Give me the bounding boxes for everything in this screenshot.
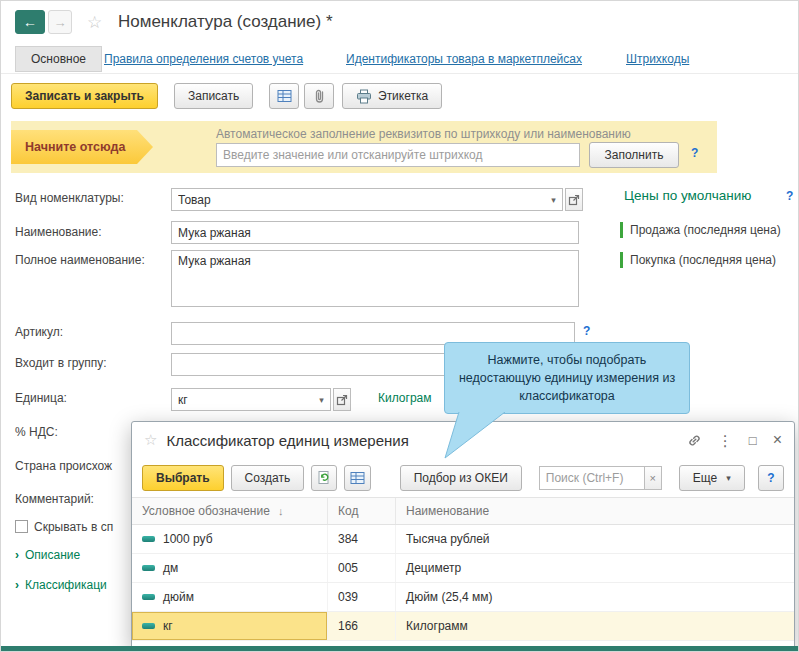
classification-expander[interactable]: ›Классификаци — [15, 578, 107, 592]
save-and-close-label: Записать и закрыть — [25, 89, 144, 103]
dialog-toolbar: Выбрать Создать Подбор из ОКЕИ — [132, 458, 794, 498]
comment-label: Комментарий: — [15, 492, 94, 506]
link-icon[interactable] — [687, 433, 702, 448]
unit-symbol-cell[interactable]: 1000 руб — [132, 525, 328, 553]
table-row[interactable]: дм005Дециметр — [132, 554, 794, 583]
unit-open-button[interactable] — [333, 388, 351, 411]
favorite-star-icon[interactable]: ☆ — [87, 12, 102, 33]
unit-name-cell[interactable]: Килограмм — [396, 612, 794, 640]
start-here-arrow: Начните отсюда — [11, 130, 153, 164]
expander-icon: › — [15, 548, 19, 562]
start-here-label: Начните отсюда — [25, 140, 125, 154]
unit-name-cell[interactable]: Дюйм (25,4 мм) — [396, 583, 794, 611]
fill-button[interactable]: Заполнить — [589, 142, 679, 168]
kind-label: Вид номенклатуры: — [15, 191, 124, 205]
table-view-button[interactable] — [269, 83, 299, 109]
main-window: ← → ☆ Номенклатура (создание) * Основное… — [0, 0, 799, 652]
description-expander[interactable]: ›Описание — [15, 548, 80, 562]
okei-pick-label: Подбор из ОКЕИ — [414, 471, 508, 485]
unit-symbol-text: кг — [163, 619, 173, 633]
units-table-body: 1000 руб384Тысяча рублейдм005Дециметрдюй… — [132, 525, 794, 641]
sale-price-label: Продажа (последняя цена) — [630, 223, 781, 237]
save-button[interactable]: Записать — [174, 83, 253, 109]
chevron-down-icon[interactable]: ▾ — [313, 389, 330, 410]
unit-code-cell[interactable]: 005 — [328, 554, 396, 582]
unit-input[interactable] — [172, 389, 313, 410]
help-icon: ? — [767, 471, 774, 485]
forward-icon: → — [54, 15, 67, 30]
close-icon[interactable]: × — [773, 432, 782, 448]
autofill-hint: Автоматическое заполнение реквизитов по … — [216, 127, 631, 141]
attachments-button[interactable] — [304, 83, 334, 109]
callout-tail — [437, 412, 509, 460]
units-table-header: Условное обозначение ↓ Код Наименование — [132, 498, 794, 525]
default-prices-help-icon[interactable]: ? — [786, 189, 793, 203]
name-input[interactable] — [171, 221, 579, 244]
refresh-button[interactable] — [311, 465, 337, 491]
unit-code-cell[interactable]: 166 — [328, 612, 396, 640]
unit-symbol-cell[interactable]: кг — [132, 612, 328, 640]
maximize-icon[interactable]: □ — [749, 434, 757, 447]
more-button[interactable]: Еще ▾ — [679, 465, 745, 491]
back-button[interactable]: ← — [15, 10, 45, 34]
forward-button[interactable]: → — [48, 10, 72, 34]
chevron-down-icon[interactable]: ▾ — [545, 189, 562, 210]
full-name-textarea[interactable]: Мука ржаная — [171, 250, 579, 307]
unit-name-cell[interactable]: Дециметр — [396, 554, 794, 582]
printer-icon — [356, 89, 372, 104]
clear-icon: × — [650, 472, 656, 484]
hide-checkbox-label[interactable]: Скрывать в сп — [34, 520, 113, 534]
unit-symbol-cell[interactable]: дюйм — [132, 583, 328, 611]
unit-symbol-cell[interactable]: дм — [132, 554, 328, 582]
hide-checkbox[interactable] — [15, 520, 28, 533]
unit-hint-text: Нажмите, чтобы подобрать недостающую еди… — [457, 351, 677, 405]
more-dots-icon[interactable]: ⋮ — [718, 433, 733, 448]
sku-help-icon[interactable]: ? — [583, 324, 590, 338]
kind-input[interactable] — [172, 189, 545, 210]
unit-icon — [142, 594, 155, 600]
clear-search-button[interactable]: × — [645, 466, 662, 490]
label-print-label: Этикетка — [378, 89, 428, 103]
kind-field[interactable]: ▾ — [171, 188, 563, 211]
barcode-input[interactable] — [216, 143, 580, 167]
table-row[interactable]: дюйм039Дюйм (25,4 мм) — [132, 583, 794, 612]
select-button[interactable]: Выбрать — [142, 465, 224, 491]
label-print-button[interactable]: Этикетка — [342, 83, 442, 109]
sale-price-bar — [620, 222, 623, 238]
column-name-label: Наименование — [406, 504, 489, 518]
unit-symbol-text: дюйм — [163, 590, 194, 604]
create-button[interactable]: Создать — [231, 465, 305, 491]
column-header-name[interactable]: Наименование — [396, 498, 794, 524]
dialog-star-icon[interactable]: ☆ — [144, 431, 157, 449]
purchase-price-label: Покупка (последняя цена) — [630, 253, 776, 267]
unit-code-cell[interactable]: 039 — [328, 583, 396, 611]
unit-icon — [142, 623, 155, 629]
classification-label: Классификаци — [25, 578, 107, 592]
column-symbol-label: Условное обозначение — [142, 504, 270, 518]
search-input[interactable] — [539, 466, 645, 490]
table-row[interactable]: 1000 руб384Тысяча рублей — [132, 525, 794, 554]
back-icon: ← — [23, 14, 37, 30]
unit-name-cell[interactable]: Тысяча рублей — [396, 525, 794, 553]
autofill-help-icon[interactable]: ? — [691, 146, 698, 160]
sku-label: Артикул: — [15, 325, 63, 339]
default-prices-title: Цены по умолчанию — [624, 188, 751, 203]
name-label: Наименование: — [15, 225, 102, 239]
column-header-symbol[interactable]: Условное обозначение ↓ — [132, 498, 328, 524]
tab-main[interactable]: Основное — [15, 46, 102, 72]
tabs-divider — [1, 73, 799, 74]
okei-pick-button[interactable]: Подбор из ОКЕИ — [400, 465, 522, 491]
column-header-code[interactable]: Код — [328, 498, 396, 524]
tab-link-barcodes[interactable]: Штрихкоды — [626, 52, 689, 66]
more-label: Еще — [693, 471, 717, 485]
table-view-button[interactable] — [344, 465, 370, 491]
unit-code-cell[interactable]: 384 — [328, 525, 396, 553]
table-row[interactable]: кг166Килограмм — [132, 612, 794, 641]
unit-field[interactable]: ▾ — [171, 388, 331, 411]
save-and-close-button[interactable]: Записать и закрыть — [11, 83, 158, 109]
tab-link-marketplaces[interactable]: Идентификаторы товара в маркетплейсах — [346, 52, 582, 66]
help-button[interactable]: ? — [758, 465, 784, 491]
tab-link-accounts[interactable]: Правила определения счетов учета — [104, 52, 303, 66]
sort-down-icon: ↓ — [278, 505, 284, 517]
kind-open-button[interactable] — [565, 188, 583, 211]
